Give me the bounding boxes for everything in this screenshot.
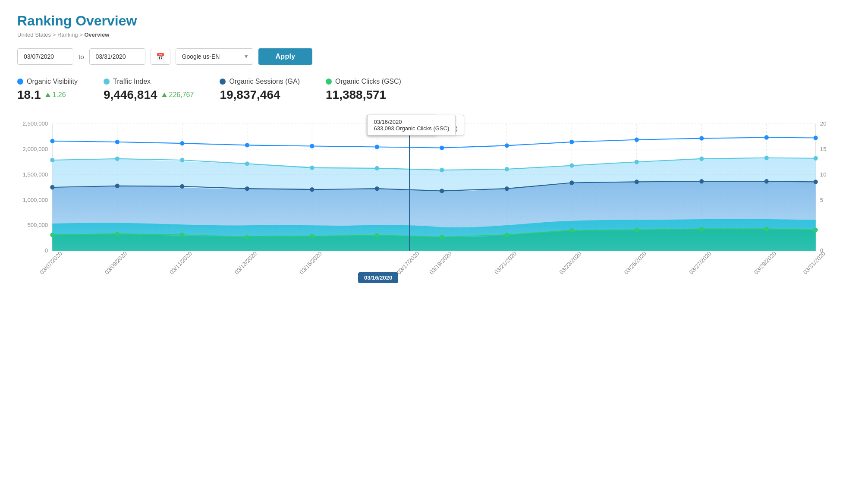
svg-point-77 <box>569 228 574 233</box>
organic-clicks-value: 11,388,571 <box>326 88 386 102</box>
breadcrumb-current: Overview <box>84 32 109 38</box>
svg-point-61 <box>375 145 379 149</box>
organic-clicks-dot <box>326 79 332 85</box>
calendar-button[interactable]: 📅 <box>151 49 170 65</box>
svg-point-73 <box>310 234 314 239</box>
svg-point-76 <box>505 233 509 237</box>
svg-point-49 <box>440 189 444 193</box>
svg-point-42 <box>814 156 818 161</box>
svg-point-64 <box>569 140 574 145</box>
x-axis-labels: 03/07/2020 03/09/2020 03/11/2020 03/13/2… <box>39 250 827 276</box>
svg-text:0: 0 <box>45 247 48 254</box>
svg-text:03/17/2020: 03/17/2020 <box>396 250 420 276</box>
svg-point-53 <box>699 179 704 184</box>
traffic-index-label: Traffic Index <box>113 78 151 85</box>
svg-point-80 <box>764 227 769 231</box>
svg-text:2,500,000: 2,500,000 <box>22 120 48 127</box>
svg-point-63 <box>505 143 509 148</box>
svg-point-69 <box>50 233 54 237</box>
svg-text:03/31/2020: 03/31/2020 <box>802 250 827 276</box>
svg-point-47 <box>310 187 314 192</box>
up-arrow-icon <box>45 93 50 97</box>
organic-visibility-dot <box>17 79 23 85</box>
svg-point-40 <box>699 157 704 161</box>
organic-sessions-dot <box>220 79 226 85</box>
metric-organic-visibility: Organic Visibility 18.1 1.26 <box>17 78 78 102</box>
svg-point-46 <box>245 186 249 191</box>
svg-text:03/11/2020: 03/11/2020 <box>169 250 193 276</box>
svg-point-51 <box>569 180 574 185</box>
organic-visibility-label: Organic Visibility <box>27 78 78 85</box>
svg-point-71 <box>180 233 184 237</box>
svg-point-50 <box>505 186 509 191</box>
svg-point-43 <box>50 185 54 190</box>
date-from-input[interactable] <box>17 48 73 65</box>
organic-clicks-label: Organic Clicks (GSC) <box>335 78 401 85</box>
svg-point-70 <box>115 232 120 236</box>
svg-point-37 <box>505 167 509 172</box>
svg-point-41 <box>764 156 769 161</box>
breadcrumb-us[interactable]: United States <box>17 32 51 38</box>
main-chart-area[interactable]: 2,500,000 2,000,000 1,500,000 1,000,000 … <box>17 115 851 296</box>
svg-text:15: 15 <box>820 146 827 152</box>
svg-point-44 <box>115 184 120 189</box>
chart-svg: 2,500,000 2,000,000 1,500,000 1,000,000 … <box>17 115 851 296</box>
svg-point-35 <box>375 166 379 171</box>
svg-point-78 <box>635 227 639 232</box>
svg-point-52 <box>635 180 639 184</box>
organic-visibility-value: 18.1 <box>17 88 41 102</box>
svg-text:03/27/2020: 03/27/2020 <box>688 250 713 276</box>
organic-sessions-value: 19,837,464 <box>220 88 280 102</box>
svg-point-58 <box>180 141 184 146</box>
svg-text:03/25/2020: 03/25/2020 <box>623 250 648 276</box>
svg-text:03/19/2020: 03/19/2020 <box>428 250 453 276</box>
svg-point-38 <box>569 163 574 168</box>
controls-bar: to 📅 Google us-EN Google uk-EN Bing us-E… <box>17 48 851 65</box>
svg-point-74 <box>375 233 379 238</box>
svg-point-72 <box>245 235 249 239</box>
svg-text:03/15/2020: 03/15/2020 <box>299 250 323 276</box>
y-axis-right: 20 15 10 5 0 <box>820 120 827 254</box>
organic-sessions-label: Organic Sessions (GA) <box>229 78 300 85</box>
svg-point-81 <box>814 227 818 232</box>
svg-point-39 <box>635 160 639 164</box>
svg-point-68 <box>814 135 818 140</box>
svg-point-48 <box>375 186 379 191</box>
svg-point-54 <box>764 179 769 184</box>
apply-button[interactable]: Apply <box>258 48 313 65</box>
x-label-highlighted: 03/16/2020 <box>358 272 398 283</box>
svg-point-56 <box>50 139 54 144</box>
metric-organic-clicks: Organic Clicks (GSC) 11,388,571 <box>326 78 401 102</box>
search-engine-dropdown-wrap: Google us-EN Google uk-EN Bing us-EN ▼ <box>176 48 253 65</box>
svg-text:500,000: 500,000 <box>27 222 48 228</box>
y-axis-left: 2,500,000 2,000,000 1,500,000 1,000,000 … <box>22 120 48 254</box>
date-to-input[interactable] <box>89 48 145 65</box>
breadcrumb: United States > Ranking > Overview <box>17 32 851 38</box>
svg-text:03/13/2020: 03/13/2020 <box>233 250 258 276</box>
svg-point-30 <box>50 158 54 163</box>
calendar-icon: 📅 <box>156 53 165 60</box>
svg-point-55 <box>814 180 818 184</box>
svg-text:03/29/2020: 03/29/2020 <box>753 250 777 276</box>
traffic-index-delta: 226,767 <box>162 91 194 99</box>
svg-point-59 <box>245 143 249 148</box>
organic-visibility-delta: 1.26 <box>45 91 66 99</box>
svg-text:2,000,000: 2,000,000 <box>22 146 48 152</box>
svg-point-62 <box>440 145 444 150</box>
breadcrumb-ranking[interactable]: Ranking <box>57 32 78 38</box>
svg-text:10: 10 <box>820 171 827 178</box>
page-title: Ranking Overview <box>17 13 851 29</box>
svg-point-65 <box>635 138 639 142</box>
svg-point-60 <box>310 144 314 148</box>
svg-point-33 <box>245 161 249 166</box>
metric-traffic-index: Traffic Index 9,446,814 226,767 <box>104 78 194 102</box>
search-engine-select[interactable]: Google us-EN Google uk-EN Bing us-EN <box>176 48 253 65</box>
svg-point-57 <box>115 140 120 145</box>
svg-point-66 <box>699 136 704 141</box>
up-arrow-icon <box>162 93 167 97</box>
svg-text:20: 20 <box>820 120 827 127</box>
svg-point-75 <box>440 235 444 239</box>
svg-point-45 <box>180 184 184 189</box>
svg-point-36 <box>440 168 444 173</box>
traffic-index-dot <box>104 79 110 85</box>
